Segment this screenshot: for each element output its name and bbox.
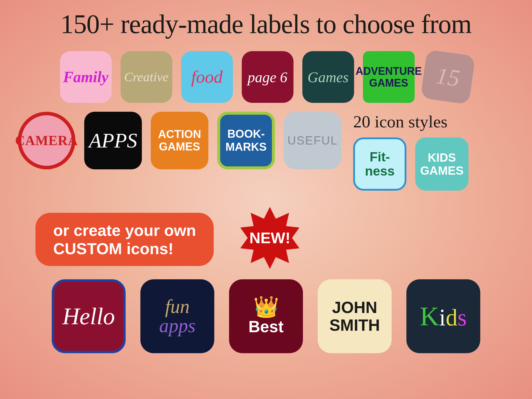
bookmarks-icon[interactable]: BOOK-MARKS	[217, 112, 275, 169]
page6-icon[interactable]: page 6	[242, 51, 293, 103]
bottom-icon-row: Hello fun apps 👑 Best JOHN SMITH K i d s	[0, 279, 532, 353]
fun-apps-icon[interactable]: fun apps	[140, 279, 214, 353]
camera-icon[interactable]: CAMERA	[18, 112, 75, 169]
kids-games-icon[interactable]: KIDS GAMES	[415, 137, 468, 191]
food-icon[interactable]: food	[181, 51, 233, 103]
action-games-icon[interactable]: ACTION GAMES	[151, 112, 208, 169]
icon-row-2-container: CAMERA APPS ACTION GAMES BOOK-MARKS USEF…	[0, 112, 532, 191]
custom-banner-text: CUSTOM icons!	[53, 240, 173, 257]
custom-section: or create your ownCUSTOM icons! NEW!	[0, 200, 532, 270]
icon-row-1: Family Creative food page 6 Games ADVENT…	[0, 51, 532, 103]
family-icon[interactable]: Family	[60, 51, 112, 103]
new-badge: NEW!	[237, 205, 302, 270]
kids-icon[interactable]: K i d s	[406, 279, 480, 353]
best-icon[interactable]: 👑 Best	[229, 279, 303, 353]
useful-icon[interactable]: USEFUL	[284, 112, 341, 169]
custom-banner[interactable]: or create your ownCUSTOM icons!	[35, 213, 214, 266]
page-title: 150+ ready-made labels to choose from	[0, 0, 532, 39]
adventure-games-icon[interactable]: ADVENTURE GAMES	[363, 51, 415, 103]
icon-styles-label: 20 icon styles	[353, 112, 468, 132]
apps-icon[interactable]: APPS	[84, 112, 142, 169]
15-icon[interactable]: 15	[420, 49, 475, 104]
creative-icon[interactable]: Creative	[121, 51, 172, 103]
row2-right-section: 20 icon styles Fit-ness KIDS GAMES	[353, 112, 468, 191]
new-badge-text: NEW!	[249, 229, 291, 247]
fitness-kids-row: Fit-ness KIDS GAMES	[353, 137, 468, 191]
games-icon[interactable]: Games	[302, 51, 354, 103]
john-smith-icon[interactable]: JOHN SMITH	[318, 279, 392, 353]
hello-icon[interactable]: Hello	[52, 279, 126, 353]
crown-icon: 👑	[248, 296, 283, 317]
fitness-icon[interactable]: Fit-ness	[353, 137, 406, 191]
row2-left-icons: CAMERA APPS ACTION GAMES BOOK-MARKS USEF…	[18, 112, 341, 169]
